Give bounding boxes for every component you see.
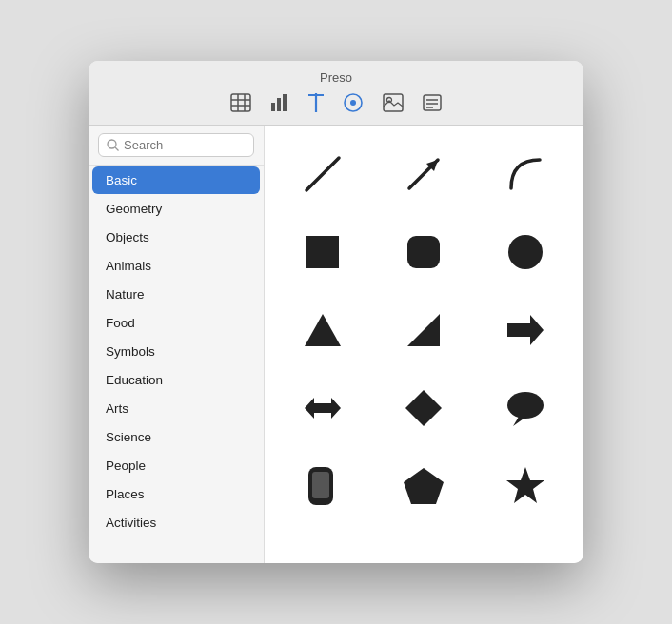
shape-circle[interactable] bbox=[481, 219, 570, 285]
svg-line-20 bbox=[306, 158, 339, 190]
shape-diagonal-line[interactable] bbox=[278, 141, 367, 207]
svg-marker-35 bbox=[404, 468, 444, 504]
shape-phone[interactable] bbox=[278, 453, 367, 519]
category-item-basic[interactable]: Basic bbox=[92, 166, 260, 194]
svg-marker-28 bbox=[507, 315, 544, 345]
shape-arrow-right[interactable] bbox=[481, 297, 570, 363]
toolbar: Preso bbox=[89, 61, 583, 126]
shape-arrow-diagonal[interactable] bbox=[379, 141, 468, 207]
shape-star[interactable] bbox=[481, 453, 570, 519]
category-item-activities[interactable]: Activities bbox=[92, 509, 260, 536]
svg-marker-26 bbox=[305, 314, 341, 346]
toolbar-icons bbox=[230, 92, 442, 113]
shape-arrow-left-right[interactable] bbox=[278, 375, 367, 441]
shape-rounded-square[interactable] bbox=[379, 219, 468, 285]
category-item-animals[interactable]: Animals bbox=[92, 252, 260, 280]
category-list: Basic Geometry Objects Animals Nature Fo… bbox=[89, 166, 264, 536]
svg-marker-30 bbox=[405, 390, 442, 426]
category-item-food[interactable]: Food bbox=[92, 309, 260, 337]
svg-point-11 bbox=[350, 100, 356, 106]
shape-square[interactable] bbox=[278, 219, 367, 285]
shape-speech-bubble[interactable] bbox=[481, 375, 570, 441]
category-item-nature[interactable]: Nature bbox=[92, 281, 260, 308]
search-icon bbox=[107, 139, 119, 151]
shape-diamond[interactable] bbox=[379, 375, 468, 441]
svg-rect-24 bbox=[407, 236, 440, 268]
category-item-arts[interactable]: Arts bbox=[92, 395, 260, 422]
svg-rect-12 bbox=[384, 94, 403, 111]
shapes-picker-window: Preso bbox=[89, 61, 583, 563]
search-input-wrapper[interactable] bbox=[98, 133, 254, 157]
svg-rect-0 bbox=[231, 94, 250, 111]
table-icon[interactable] bbox=[230, 93, 251, 112]
shape-right-triangle[interactable] bbox=[379, 297, 468, 363]
svg-point-31 bbox=[507, 392, 544, 419]
text-icon[interactable] bbox=[308, 93, 324, 112]
category-item-objects[interactable]: Objects bbox=[92, 224, 260, 251]
category-item-symbols[interactable]: Symbols bbox=[92, 338, 260, 365]
svg-marker-27 bbox=[407, 314, 440, 346]
svg-rect-7 bbox=[283, 94, 287, 111]
search-input[interactable] bbox=[124, 138, 246, 152]
svg-rect-34 bbox=[312, 472, 329, 498]
svg-rect-23 bbox=[306, 236, 339, 268]
category-item-people[interactable]: People bbox=[92, 452, 260, 479]
category-item-places[interactable]: Places bbox=[92, 480, 260, 508]
shapes-grid bbox=[274, 141, 574, 519]
svg-rect-5 bbox=[271, 103, 275, 111]
shapes-panel bbox=[265, 126, 583, 563]
panel-body: Basic Geometry Objects Animals Nature Fo… bbox=[89, 126, 583, 563]
svg-marker-36 bbox=[506, 467, 544, 503]
category-item-science[interactable]: Science bbox=[92, 423, 260, 451]
search-bar bbox=[89, 126, 264, 166]
shape-arc[interactable] bbox=[481, 141, 570, 207]
shape-triangle[interactable] bbox=[278, 297, 367, 363]
svg-line-19 bbox=[115, 147, 119, 151]
svg-point-25 bbox=[508, 235, 543, 269]
shapes-icon[interactable] bbox=[343, 92, 364, 113]
chart-icon[interactable] bbox=[270, 93, 289, 112]
svg-point-18 bbox=[108, 140, 116, 148]
svg-marker-29 bbox=[305, 398, 341, 419]
category-sidebar: Basic Geometry Objects Animals Nature Fo… bbox=[89, 126, 265, 563]
category-item-education[interactable]: Education bbox=[92, 366, 260, 394]
svg-rect-6 bbox=[277, 98, 281, 111]
shape-pentagon[interactable] bbox=[379, 453, 468, 519]
window-title: Preso bbox=[320, 70, 352, 85]
media-icon[interactable] bbox=[383, 93, 404, 112]
comment-icon[interactable] bbox=[423, 93, 442, 112]
category-item-geometry[interactable]: Geometry bbox=[92, 195, 260, 223]
